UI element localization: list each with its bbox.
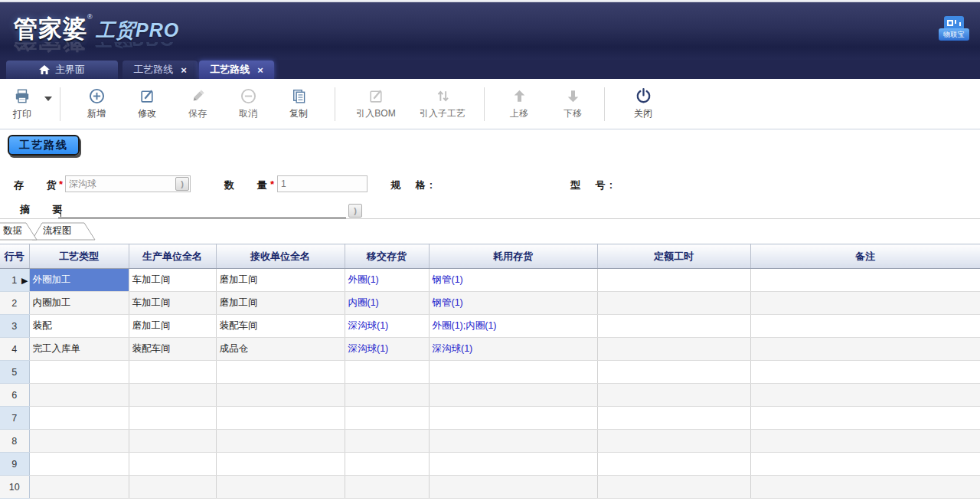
grid-column-header[interactable]: 备注 bbox=[750, 244, 980, 269]
grid-cell[interactable] bbox=[750, 453, 980, 476]
row-number-cell[interactable]: 7 bbox=[0, 407, 29, 430]
grid-cell[interactable] bbox=[750, 338, 980, 361]
close-button[interactable]: 关闭 bbox=[611, 83, 675, 126]
grid-cell[interactable]: 磨加工间 bbox=[216, 292, 345, 315]
grid-cell[interactable]: 装配 bbox=[29, 315, 129, 338]
import-bom-button[interactable]: 引入BOM bbox=[345, 83, 407, 126]
grid-cell[interactable] bbox=[597, 361, 750, 384]
grid-cell[interactable] bbox=[429, 430, 597, 453]
grid-cell[interactable]: 深沟球(1) bbox=[429, 338, 597, 361]
close-icon[interactable]: × bbox=[257, 65, 263, 75]
grid-cell[interactable]: 深沟球(1) bbox=[345, 338, 429, 361]
row-number-cell[interactable]: 6 bbox=[0, 384, 29, 407]
copy-button[interactable]: 复制 bbox=[273, 83, 324, 126]
grid-cell[interactable] bbox=[216, 407, 345, 430]
grid-cell[interactable] bbox=[750, 269, 980, 292]
grid-cell[interactable] bbox=[597, 384, 750, 407]
grid-cell[interactable] bbox=[216, 476, 345, 499]
grid-cell[interactable] bbox=[345, 453, 429, 476]
grid-cell[interactable] bbox=[750, 407, 980, 430]
grid-cell[interactable]: 成品仓 bbox=[216, 338, 345, 361]
grid-column-header[interactable]: 耗用存货 bbox=[429, 244, 597, 269]
grid-cell[interactable] bbox=[429, 407, 597, 430]
close-icon[interactable]: × bbox=[181, 65, 187, 75]
quantity-input[interactable] bbox=[277, 175, 368, 192]
process-route-title-button[interactable]: 工艺路线 bbox=[8, 135, 80, 156]
grid-cell[interactable] bbox=[29, 384, 129, 407]
grid-cell[interactable]: 磨加工间 bbox=[129, 315, 216, 338]
grid-cell[interactable] bbox=[597, 315, 750, 338]
grid-cell[interactable]: 内圈(1) bbox=[345, 292, 429, 315]
grid-cell[interactable] bbox=[29, 453, 129, 476]
grid-cell[interactable] bbox=[750, 315, 980, 338]
grid-cell[interactable] bbox=[597, 338, 750, 361]
row-number-cell[interactable]: 1▶ bbox=[0, 269, 29, 292]
tab-process-route-2-active[interactable]: 工艺路线 × bbox=[199, 61, 274, 79]
grid-cell[interactable]: 深沟球(1) bbox=[345, 315, 429, 338]
grid-cell[interactable] bbox=[345, 476, 429, 499]
grid-column-header[interactable]: 定额工时 bbox=[597, 244, 750, 269]
row-number-cell[interactable]: 3 bbox=[0, 315, 29, 338]
grid-cell[interactable] bbox=[129, 407, 216, 430]
grid-cell[interactable] bbox=[597, 292, 750, 315]
row-number-cell[interactable]: 4 bbox=[0, 338, 29, 361]
grid-cell[interactable]: 装配车间 bbox=[216, 315, 345, 338]
import-subprocess-button[interactable]: 引入子工艺 bbox=[407, 83, 478, 126]
grid-cell[interactable] bbox=[29, 476, 129, 499]
iot-treasure-button[interactable]: 物联宝 bbox=[939, 16, 969, 47]
move-up-button[interactable]: 上移 bbox=[492, 83, 546, 126]
grid-cell[interactable] bbox=[750, 430, 980, 453]
grid-cell[interactable] bbox=[429, 476, 597, 499]
grid-cell[interactable] bbox=[429, 361, 597, 384]
grid-cell[interactable] bbox=[597, 453, 750, 476]
grid-cell[interactable] bbox=[345, 384, 429, 407]
grid-cell[interactable] bbox=[345, 430, 429, 453]
grid-cell[interactable] bbox=[29, 361, 129, 384]
print-button[interactable]: 打印 bbox=[5, 83, 40, 126]
sheet-tab-data[interactable]: 数据 bbox=[3, 224, 22, 237]
grid-cell[interactable] bbox=[750, 384, 980, 407]
grid-cell[interactable] bbox=[750, 476, 980, 499]
move-down-button[interactable]: 下移 bbox=[546, 83, 599, 126]
grid-cell[interactable]: 车加工间 bbox=[129, 292, 216, 315]
grid-cell[interactable] bbox=[597, 476, 750, 499]
print-dropdown-caret[interactable] bbox=[44, 97, 52, 101]
grid-cell[interactable] bbox=[129, 430, 216, 453]
grid-cell[interactable]: 外圈(1) bbox=[345, 269, 429, 292]
grid-column-header[interactable]: 接收单位全名 bbox=[216, 244, 345, 269]
row-number-cell[interactable]: 5 bbox=[0, 361, 29, 384]
grid-cell[interactable] bbox=[345, 361, 429, 384]
summary-input[interactable] bbox=[58, 204, 346, 218]
grid-cell[interactable]: 钢管(1) bbox=[429, 292, 597, 315]
grid-cell[interactable] bbox=[129, 384, 216, 407]
inventory-input[interactable] bbox=[65, 175, 191, 192]
cancel-button[interactable]: 取消 bbox=[223, 83, 273, 126]
grid-cell[interactable]: 车加工间 bbox=[129, 269, 216, 292]
grid-cell[interactable] bbox=[129, 361, 216, 384]
grid-cell[interactable]: 内圈加工 bbox=[29, 292, 129, 315]
grid-cell[interactable] bbox=[216, 430, 345, 453]
grid-cell[interactable] bbox=[750, 292, 980, 315]
row-number-cell[interactable]: 8 bbox=[0, 430, 29, 453]
grid-cell[interactable] bbox=[750, 361, 980, 384]
grid-cell[interactable]: 外圈(1);内圈(1) bbox=[429, 315, 597, 338]
grid-cell[interactable] bbox=[216, 361, 345, 384]
edit-button[interactable]: 修改 bbox=[122, 83, 172, 126]
grid-cell[interactable]: 外圈加工 bbox=[29, 269, 129, 292]
tab-main-screen[interactable]: 主界面 bbox=[6, 61, 118, 79]
grid-column-header[interactable]: 工艺类型 bbox=[29, 244, 129, 269]
row-number-cell[interactable]: 2 bbox=[0, 292, 29, 315]
grid-column-header[interactable]: 生产单位全名 bbox=[129, 244, 216, 269]
grid-cell[interactable] bbox=[129, 476, 216, 499]
grid-cell[interactable]: 钢管(1) bbox=[429, 269, 597, 292]
grid-cell[interactable] bbox=[216, 453, 345, 476]
inventory-lookup-button[interactable]: ) bbox=[175, 177, 189, 191]
save-button[interactable]: 保存 bbox=[172, 83, 223, 126]
grid-cell[interactable] bbox=[216, 384, 345, 407]
summary-lookup-button[interactable]: ) bbox=[348, 204, 362, 218]
grid-cell[interactable]: 装配车间 bbox=[129, 338, 216, 361]
grid-cell[interactable] bbox=[597, 430, 750, 453]
sheet-tab-flowchart[interactable]: 流程图 bbox=[43, 224, 72, 237]
grid-cell[interactable] bbox=[597, 407, 750, 430]
grid-cell[interactable] bbox=[597, 269, 750, 292]
